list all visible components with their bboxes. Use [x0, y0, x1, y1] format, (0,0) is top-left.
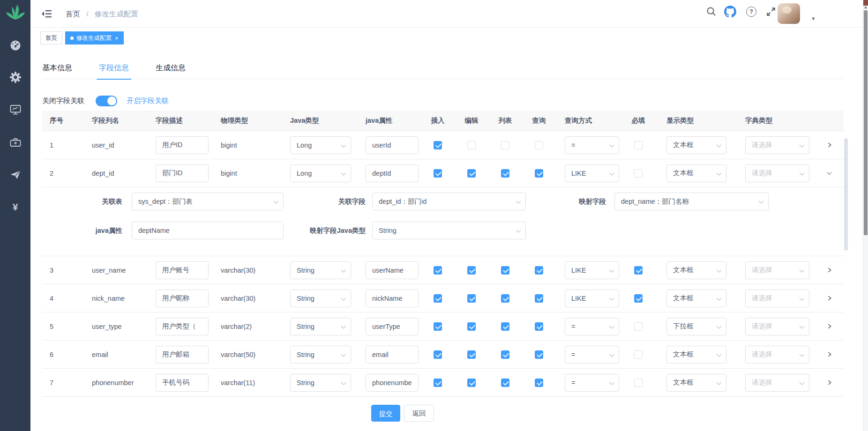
- insert-checkbox[interactable]: [434, 379, 442, 387]
- list-checkbox[interactable]: [501, 350, 509, 359]
- java-field-input[interactable]: email: [366, 346, 419, 364]
- column-desc-input[interactable]: 用户ID: [156, 136, 209, 154]
- query-checkbox[interactable]: [535, 350, 543, 359]
- edit-checkbox[interactable]: [467, 294, 476, 303]
- java-field-input[interactable]: userName: [366, 261, 419, 279]
- query-checkbox[interactable]: [535, 379, 543, 387]
- column-desc-input[interactable]: 用户账号: [156, 261, 209, 279]
- required-checkbox[interactable]: [634, 169, 643, 178]
- required-checkbox[interactable]: [634, 322, 643, 331]
- dict-type-select[interactable]: 请选择: [745, 164, 809, 182]
- required-checkbox[interactable]: [634, 266, 643, 275]
- java-type-select[interactable]: Long: [290, 136, 351, 154]
- java-type-select[interactable]: String: [290, 318, 351, 335]
- list-checkbox[interactable]: [501, 141, 509, 149]
- page-scrollbar[interactable]: [863, 0, 868, 431]
- java-type-select[interactable]: Long: [290, 164, 351, 182]
- html-type-select[interactable]: 文本框: [666, 290, 726, 307]
- dict-type-select[interactable]: 请选择: [745, 290, 809, 307]
- query-checkbox[interactable]: [535, 169, 543, 178]
- map-java-type-select[interactable]: String: [372, 222, 526, 239]
- expand-row-button[interactable]: [815, 323, 844, 329]
- query-type-select[interactable]: LIKE: [565, 290, 619, 307]
- html-type-select[interactable]: 文本框: [666, 261, 726, 279]
- query-type-select[interactable]: =: [565, 318, 619, 335]
- tag-item[interactable]: 首页: [40, 31, 62, 45]
- user-avatar[interactable]: [778, 3, 800, 24]
- edit-checkbox[interactable]: [467, 350, 476, 359]
- app-logo[interactable]: [0, 4, 30, 22]
- header-github-button[interactable]: [724, 6, 736, 18]
- query-checkbox[interactable]: [535, 141, 543, 149]
- query-type-select[interactable]: =: [565, 374, 619, 392]
- html-type-select[interactable]: 文本框: [666, 164, 726, 182]
- query-type-select[interactable]: LIKE: [565, 164, 619, 182]
- list-checkbox[interactable]: [501, 322, 509, 331]
- relation-on-link[interactable]: 开启字段关联: [127, 97, 169, 105]
- required-checkbox[interactable]: [634, 379, 643, 387]
- submit-button[interactable]: 提交: [371, 405, 400, 422]
- java-field-input[interactable]: deptId: [366, 164, 419, 182]
- column-desc-input[interactable]: 部门ID: [156, 164, 209, 182]
- sidebar-item-system[interactable]: [0, 71, 30, 83]
- expand-row-button[interactable]: [815, 142, 844, 148]
- list-checkbox[interactable]: [501, 169, 509, 178]
- required-checkbox[interactable]: [634, 350, 643, 359]
- tab-0[interactable]: 基本信息: [42, 56, 72, 79]
- edit-checkbox[interactable]: [467, 266, 476, 275]
- java-field-input[interactable]: nickName: [366, 290, 419, 307]
- tag-active[interactable]: 修改生成配置×: [65, 31, 124, 45]
- required-checkbox[interactable]: [634, 141, 643, 149]
- insert-checkbox[interactable]: [434, 141, 442, 149]
- html-type-select[interactable]: 下拉框: [666, 318, 726, 335]
- java-type-select[interactable]: String: [290, 290, 351, 307]
- breadcrumb-home[interactable]: 首页: [66, 10, 80, 18]
- column-desc-input[interactable]: 手机号码: [156, 374, 209, 392]
- list-checkbox[interactable]: [501, 379, 509, 387]
- html-type-select[interactable]: 文本框: [666, 374, 726, 392]
- edit-checkbox[interactable]: [467, 379, 476, 387]
- tab-2[interactable]: 生成信息: [156, 56, 186, 79]
- avatar-caret-down-icon[interactable]: ▾: [812, 15, 815, 22]
- expand-row-button[interactable]: [815, 170, 844, 176]
- html-type-select[interactable]: 文本框: [666, 346, 726, 364]
- expand-row-button[interactable]: [815, 295, 844, 301]
- query-type-select[interactable]: LIKE: [565, 261, 619, 279]
- java-field-input[interactable]: userId: [366, 136, 419, 154]
- insert-checkbox[interactable]: [434, 322, 442, 331]
- insert-checkbox[interactable]: [434, 169, 442, 178]
- java-type-select[interactable]: String: [290, 374, 351, 392]
- list-checkbox[interactable]: [501, 294, 509, 303]
- scrollbar-top-button[interactable]: [863, 0, 868, 6]
- list-checkbox[interactable]: [501, 266, 509, 275]
- sidebar-collapse-button[interactable]: [41, 9, 52, 20]
- edit-checkbox[interactable]: [467, 322, 476, 331]
- insert-checkbox[interactable]: [434, 350, 442, 359]
- page-scrollbar-thumb[interactable]: [864, 10, 868, 235]
- java-type-select[interactable]: String: [290, 346, 351, 364]
- dict-type-select[interactable]: 请选择: [745, 374, 809, 392]
- related-field-select[interactable]: dept_id：部门id: [372, 193, 526, 210]
- expand-row-button[interactable]: [815, 379, 844, 386]
- dict-type-select[interactable]: 请选择: [745, 318, 809, 335]
- back-button[interactable]: 返回: [404, 405, 434, 422]
- query-checkbox[interactable]: [535, 294, 543, 303]
- insert-checkbox[interactable]: [434, 266, 442, 275]
- query-checkbox[interactable]: [535, 322, 543, 331]
- header-fullscreen-button[interactable]: [766, 7, 776, 17]
- sidebar-item-monitor[interactable]: [0, 104, 30, 116]
- column-desc-input[interactable]: 用户昵称: [156, 290, 209, 307]
- table-scrollbar-thumb[interactable]: [844, 138, 848, 251]
- expand-row-button[interactable]: [815, 267, 844, 273]
- related-table-select[interactable]: sys_dept：部门表: [132, 193, 284, 210]
- html-type-select[interactable]: 文本框: [666, 136, 726, 154]
- sidebar-item-send[interactable]: [0, 169, 30, 181]
- dict-type-select[interactable]: 请选择: [745, 261, 809, 279]
- header-search-button[interactable]: [706, 7, 716, 16]
- edit-checkbox[interactable]: [467, 141, 476, 149]
- insert-checkbox[interactable]: [434, 294, 442, 303]
- dict-type-select[interactable]: 请选择: [745, 136, 809, 154]
- java-field-input[interactable]: userType: [366, 318, 419, 335]
- java-type-select[interactable]: String: [290, 261, 351, 279]
- sidebar-item-dashboard[interactable]: [0, 39, 30, 52]
